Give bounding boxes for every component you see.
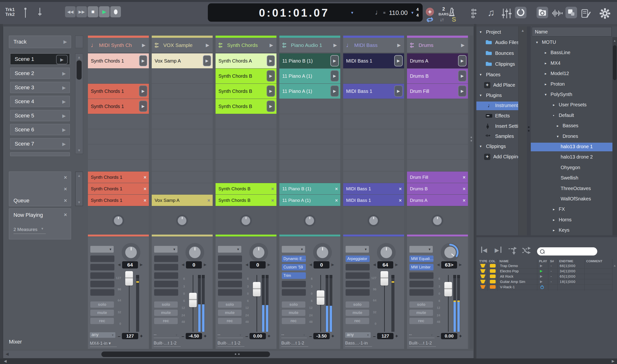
metronome-icon[interactable] bbox=[447, 7, 456, 17]
browser-item-halo13-drone-1[interactable]: halo13 drone 1 bbox=[531, 143, 612, 151]
insert-slot-plugin[interactable]: Trim bbox=[282, 272, 306, 279]
tempo-dropdown-icon[interactable]: ▼ bbox=[411, 11, 414, 15]
pan-value[interactable]: 0 bbox=[186, 261, 202, 269]
clip-play-button[interactable]: ▶ bbox=[394, 55, 403, 66]
rec-button[interactable]: rec bbox=[154, 318, 178, 324]
volume-value[interactable]: 127 bbox=[377, 333, 394, 339]
queued-clip-remove-icon[interactable]: × bbox=[271, 197, 274, 203]
track-play-icon[interactable]: ▶ bbox=[270, 42, 273, 48]
sidebar-item-insert-settings[interactable]: Insert Settings bbox=[476, 122, 518, 131]
patch-dropdown[interactable]: ▼ bbox=[218, 246, 241, 253]
browser-scroll-thumb[interactable] bbox=[613, 45, 617, 80]
pan-decrement-icon[interactable]: ◀ bbox=[309, 262, 312, 267]
scene-scroll-thumb[interactable] bbox=[77, 60, 82, 80]
clip-play-button[interactable]: ▶ bbox=[267, 85, 275, 97]
now-playing-knob[interactable] bbox=[178, 216, 186, 225]
fader-handle[interactable] bbox=[317, 290, 324, 305]
consolidated-window-button-bg[interactable] bbox=[536, 7, 548, 18]
queue-row-empty[interactable]: × bbox=[9, 183, 71, 195]
queued-clip-remove-icon[interactable]: × bbox=[463, 174, 466, 180]
track-play-icon[interactable]: ▶ bbox=[142, 42, 145, 48]
clip-cell[interactable]: 11 Piano B (1)▶ bbox=[279, 53, 340, 68]
tree-scroll-up-icon[interactable]: ▲ bbox=[519, 28, 527, 32]
output-selector[interactable]: Built-…t 1-2 bbox=[409, 341, 436, 347]
scene-row-7[interactable]: Scene 7▶ bbox=[10, 138, 70, 149]
pan-increment-icon[interactable]: ▶ bbox=[204, 262, 207, 267]
sidebar-item-clippings[interactable]: ▾Clippings bbox=[476, 143, 518, 151]
volume-value[interactable]: -3.50 bbox=[313, 333, 330, 339]
sidebar-item-add-clipping[interactable]: +Add Clipping bbox=[476, 153, 518, 161]
clip-play-button[interactable]: ▶ bbox=[330, 70, 339, 82]
pan-decrement-icon[interactable]: ◀ bbox=[182, 262, 184, 267]
input-selector[interactable]: any▼ bbox=[345, 332, 371, 338]
scene-row-2[interactable]: Scene 2▶ bbox=[10, 68, 70, 79]
sequence-editor-icon[interactable]: ♫ bbox=[487, 7, 495, 18]
insert-slot-empty[interactable] bbox=[218, 289, 242, 296]
queued-clip[interactable]: Synth Chords B× bbox=[216, 195, 276, 206]
pan-increment-icon[interactable]: ▶ bbox=[459, 262, 462, 267]
scene-play-icon[interactable]: ▶ bbox=[62, 127, 66, 132]
counter-dropdown-icon[interactable]: ▼ bbox=[350, 11, 354, 15]
patch-dropdown[interactable]: ▼ bbox=[409, 246, 433, 253]
chunk-row-trap-demo[interactable]: Trap Demo▶-66|1|000 bbox=[478, 263, 613, 269]
now-playing-knob[interactable] bbox=[242, 216, 250, 225]
queued-clip-remove-icon[interactable]: × bbox=[463, 197, 466, 203]
tempo-value[interactable]: 110.00 bbox=[389, 9, 408, 17]
collapsed-triangle-icon[interactable]: ▸ bbox=[553, 228, 555, 232]
queued-clip[interactable]: MIDI Bass 1× bbox=[343, 183, 404, 195]
pan-value[interactable]: 64 bbox=[122, 261, 138, 269]
solo-button[interactable]: solo bbox=[218, 301, 242, 308]
queued-clip-remove-icon[interactable]: × bbox=[271, 186, 274, 192]
mute-button[interactable]: mute bbox=[218, 310, 242, 316]
insert-slot-empty[interactable] bbox=[90, 281, 114, 287]
chunk-color-chip[interactable] bbox=[490, 264, 496, 268]
queued-clip-remove-icon[interactable]: × bbox=[144, 186, 146, 192]
queued-clip[interactable]: Synth Chords B× bbox=[216, 183, 276, 195]
browser-item-bassline[interactable]: ▸BassLine bbox=[531, 49, 612, 57]
clip-play-button[interactable]: ▶ bbox=[458, 55, 466, 66]
pan-increment-icon[interactable]: ▶ bbox=[268, 262, 271, 267]
solo-button[interactable]: solo bbox=[90, 301, 114, 308]
insert-slot-empty[interactable] bbox=[346, 272, 370, 279]
time-display[interactable]: 0:01:01.07 ▼ ♩ = 110.00 ▼ 4 4 bbox=[208, 3, 423, 22]
scene-row-3[interactable]: Scene 3▶ bbox=[10, 82, 70, 93]
waveform-editor-icon[interactable] bbox=[552, 9, 563, 17]
collapse-triangle-icon[interactable]: ▾ bbox=[480, 30, 482, 34]
browser-item-drones[interactable]: ▾Drones bbox=[531, 132, 612, 141]
clip-cell[interactable]: Vox Samp A▶ bbox=[152, 53, 213, 68]
volume-decrement-icon[interactable]: – bbox=[246, 333, 248, 339]
time-signature[interactable]: 4 4 bbox=[416, 7, 419, 18]
now-playing-knob[interactable] bbox=[114, 216, 123, 225]
insert-slot-empty[interactable] bbox=[409, 272, 434, 279]
rec-button[interactable]: rec bbox=[218, 318, 242, 324]
sidebar-item-add-place[interactable]: +Add Place bbox=[476, 81, 518, 90]
insert-slot-plugin[interactable]: Dynamic E… bbox=[282, 256, 306, 262]
pan-increment-icon[interactable]: ▶ bbox=[331, 262, 334, 267]
pan-value[interactable]: 0 bbox=[314, 261, 329, 269]
pan-value[interactable]: 63> bbox=[441, 261, 457, 269]
clip-cell[interactable]: Synth Chords 1▶ bbox=[88, 99, 149, 114]
track-header[interactable]: VOX Sample▶ bbox=[152, 38, 213, 52]
fader-handle[interactable] bbox=[253, 282, 261, 296]
queued-clip[interactable]: Vox Samp A× bbox=[152, 195, 213, 206]
track-header-play-icon[interactable]: ▶ bbox=[63, 39, 67, 44]
clip-cell[interactable]: Synth Chords A▶ bbox=[216, 53, 276, 68]
insert-slot-plugin[interactable]: Arpeggiator bbox=[346, 256, 370, 262]
insert-slot-plugin[interactable]: MW Equali… bbox=[409, 256, 434, 262]
chunk-play-icon[interactable]: ▶ bbox=[540, 269, 543, 273]
chunks-divider[interactable] bbox=[476, 235, 617, 237]
clip-cell[interactable]: MIDI Bass 1▶ bbox=[343, 53, 404, 68]
fader-handle[interactable] bbox=[189, 293, 197, 307]
queued-clip-remove-icon[interactable]: × bbox=[144, 174, 146, 180]
chunk-color-chip[interactable] bbox=[490, 280, 496, 283]
browser-scrollbar[interactable]: ▲ bbox=[612, 37, 617, 235]
track-selector[interactable]: Trk1 Trk2 bbox=[5, 7, 15, 17]
track-header[interactable]: Synth Chords▶ bbox=[216, 38, 276, 52]
browser-item-threeoctaves[interactable]: ThreeOctaves bbox=[531, 184, 612, 193]
queued-clip-remove-icon[interactable]: × bbox=[463, 186, 466, 192]
sidebar-item-bounces[interactable]: Bounces bbox=[476, 49, 518, 58]
collapsed-triangle-icon[interactable]: ▸ bbox=[545, 82, 547, 86]
volume-decrement-icon[interactable]: – bbox=[437, 333, 439, 339]
mute-button[interactable]: mute bbox=[409, 310, 433, 316]
browser-item-swellish[interactable]: Swellish bbox=[531, 174, 612, 182]
